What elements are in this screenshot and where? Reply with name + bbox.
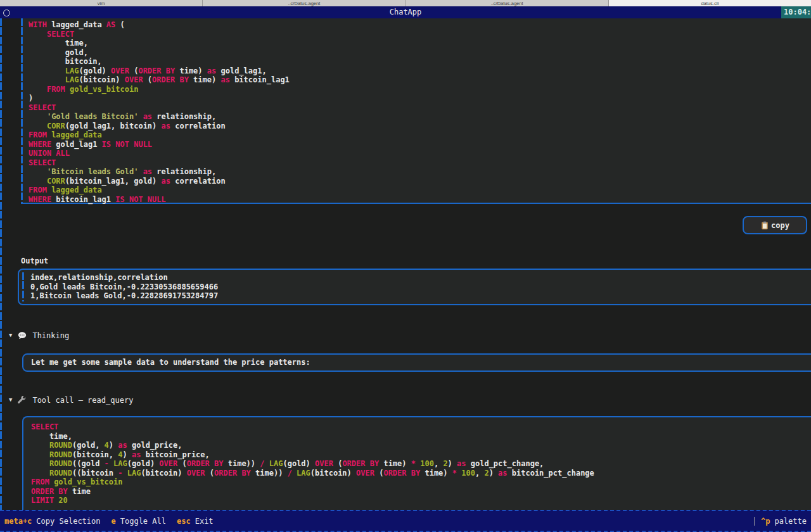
footer-shortcuts: meta+c Copy Selection e Toggle All esc E…	[4, 517, 214, 526]
output-left-border	[22, 272, 24, 301]
shortcut-copy-selection[interactable]: meta+c Copy Selection	[4, 517, 101, 526]
tab-datus-cli[interactable]: datus-cli	[609, 0, 811, 6]
copy-button-label: copy	[771, 221, 789, 230]
tab-datus-agent-1[interactable]: ..c/Datus-agent	[203, 0, 406, 6]
code-block-left-border	[21, 18, 23, 203]
copy-button[interactable]: copy	[743, 216, 807, 234]
sql-code-block[interactable]: WITH lagged_data AS ( SELECT time, gold,…	[21, 18, 811, 204]
tool-call-collapsible-header[interactable]: ▼ Tool call — read_query	[9, 395, 133, 405]
shortcut-key: meta+c	[4, 517, 32, 526]
thinking-title: Thinking	[32, 331, 69, 340]
shortcut-key: e	[112, 517, 116, 526]
palette-label: palette	[774, 517, 807, 526]
output-label: Output	[21, 256, 48, 265]
shortcut-exit[interactable]: esc Exit	[177, 517, 214, 526]
app-title: ChatApp	[0, 6, 811, 18]
clock: 10:04:15	[781, 6, 811, 18]
clipboard-icon	[760, 221, 769, 230]
chatapp-window: vim ..c/Datus-agent ..c/Datus-agent datu…	[0, 0, 811, 532]
tab-label: vim	[98, 1, 105, 6]
tool-call-title: Tool call — read_query	[32, 396, 133, 405]
shortcut-label: Toggle All	[120, 517, 166, 526]
chat-container-border	[0, 18, 2, 510]
thinking-panel: Let me get some sample data to understan…	[22, 353, 811, 372]
footer-keybar: meta+c Copy Selection e Toggle All esc E…	[0, 510, 811, 532]
shortcut-label: Exit	[195, 517, 214, 526]
tab-label: ..c/Datus-agent	[288, 1, 320, 6]
speech-balloon-icon	[18, 331, 27, 340]
wrench-icon	[18, 396, 27, 405]
shortcut-key: esc	[177, 517, 191, 526]
shortcut-label: Copy Selection	[36, 517, 100, 526]
collapse-triangle-icon: ▼	[9, 331, 12, 340]
command-palette-button[interactable]: ^p palette	[754, 517, 807, 526]
tab-datus-agent-2[interactable]: ..c/Datus-agent	[406, 0, 609, 6]
tab-vim[interactable]: vim	[0, 0, 203, 6]
palette-key: ^p	[761, 517, 770, 526]
terminal-tab-bar: vim ..c/Datus-agent ..c/Datus-agent datu…	[0, 0, 811, 6]
tool-call-sql-block[interactable]: SELECT time, ROUND(gold, 4) as gold_pric…	[22, 416, 811, 517]
thinking-collapsible-header[interactable]: ▼ Thinking	[9, 331, 69, 340]
thinking-text: Let me get some sample data to understan…	[31, 358, 310, 367]
output-panel[interactable]: index,relationship,correlation0,Gold lea…	[18, 269, 811, 305]
shortcut-toggle-all[interactable]: e Toggle All	[112, 517, 166, 526]
tab-label: ..c/Datus-agent	[491, 1, 523, 6]
tab-label: datus-cli	[701, 1, 718, 6]
title-bar: ChatApp 10:04:15	[0, 6, 811, 18]
collapse-triangle-icon: ▼	[9, 395, 12, 405]
